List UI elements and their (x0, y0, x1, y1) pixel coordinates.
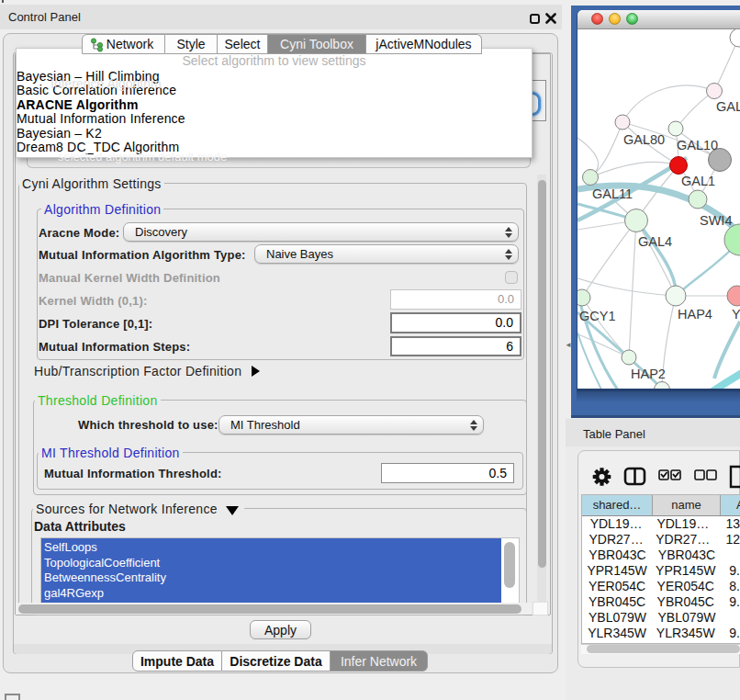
svg-text:Y: Y (732, 307, 740, 322)
svg-text:GAL10: GAL10 (677, 138, 718, 152)
svg-text:GCY1: GCY1 (579, 309, 616, 323)
svg-text:HAP2: HAP2 (631, 367, 666, 381)
svg-text:GAL80: GAL80 (623, 132, 665, 147)
svg-text:SWI4: SWI4 (700, 213, 732, 228)
svg-text:GAL11: GAL11 (592, 186, 633, 201)
svg-text:GAL1: GAL1 (681, 174, 715, 188)
svg-text:HAP4: HAP4 (678, 307, 712, 322)
svg-text:GAL: GAL (716, 99, 740, 114)
svg-text:GAL4: GAL4 (638, 234, 672, 249)
